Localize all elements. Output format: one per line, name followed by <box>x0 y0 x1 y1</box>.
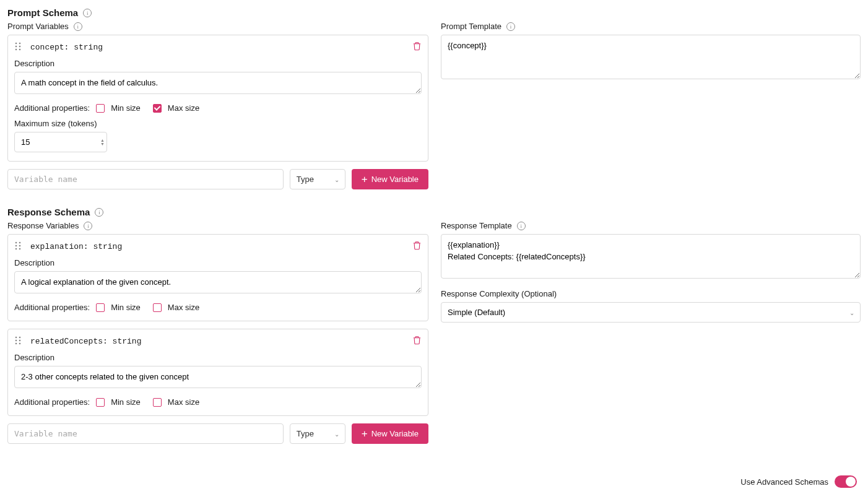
svg-point-5 <box>19 49 21 51</box>
svg-point-7 <box>19 242 21 244</box>
min-size-label: Min size <box>111 303 141 312</box>
variable-name-display: relatedConcepts: string <box>30 337 141 346</box>
new-variable-name-input[interactable] <box>7 169 284 189</box>
svg-point-1 <box>19 43 21 45</box>
additional-properties-label: Additional properties: <box>14 103 90 113</box>
svg-point-15 <box>19 340 21 342</box>
new-variable-name-input[interactable] <box>7 423 284 444</box>
new-variable-button-label: New Variable <box>371 429 419 438</box>
prompt-variables-label: Prompt Variables <box>7 22 69 31</box>
svg-point-3 <box>19 46 21 48</box>
description-label: Description <box>14 258 422 267</box>
response-schema-title: Response Schema <box>7 207 90 217</box>
svg-point-6 <box>15 242 17 244</box>
svg-point-10 <box>15 248 17 250</box>
response-variables-label: Response Variables <box>7 221 79 230</box>
trash-icon[interactable] <box>412 336 422 347</box>
type-select[interactable] <box>290 423 345 444</box>
variable-name-display: explanation: string <box>30 242 122 251</box>
description-input[interactable] <box>14 366 422 388</box>
max-size-input[interactable] <box>14 132 107 152</box>
info-icon[interactable]: i <box>506 22 515 31</box>
new-variable-button[interactable]: + New Variable <box>352 423 428 444</box>
response-complexity-label: Response Complexity (Optional) <box>441 289 861 298</box>
max-size-label: Max size <box>168 397 199 407</box>
svg-point-12 <box>15 337 17 339</box>
info-icon[interactable]: i <box>83 9 92 17</box>
variable-card: relatedConcepts: string Description Addi… <box>7 329 428 416</box>
svg-point-0 <box>15 43 17 45</box>
info-icon[interactable]: i <box>84 222 92 230</box>
svg-point-4 <box>15 49 17 51</box>
type-select[interactable] <box>290 169 345 189</box>
drag-handle-icon[interactable] <box>14 336 22 346</box>
description-input[interactable] <box>14 271 422 293</box>
plus-icon: + <box>362 174 368 184</box>
max-size-label: Max size <box>168 303 199 312</box>
min-size-label: Min size <box>111 103 141 113</box>
max-size-field-label: Maximum size (tokens) <box>14 119 422 128</box>
response-template-textarea[interactable] <box>441 234 861 279</box>
description-input[interactable] <box>14 72 422 94</box>
min-size-checkbox[interactable] <box>96 104 105 113</box>
min-size-label: Min size <box>111 397 141 407</box>
new-variable-button[interactable]: + New Variable <box>352 169 428 189</box>
max-size-checkbox[interactable] <box>153 398 162 407</box>
svg-point-8 <box>15 245 17 247</box>
number-stepper-icon[interactable]: ▲▼ <box>100 139 105 146</box>
variable-card: explanation: string Description Addition… <box>7 234 428 321</box>
max-size-label: Max size <box>168 103 199 113</box>
info-icon[interactable]: i <box>74 22 82 31</box>
additional-properties-label: Additional properties: <box>14 397 90 407</box>
prompt-schema-title: Prompt Schema <box>7 7 78 18</box>
svg-point-2 <box>15 46 17 48</box>
info-icon[interactable]: i <box>517 222 526 230</box>
drag-handle-icon[interactable] <box>14 241 22 251</box>
new-variable-button-label: New Variable <box>371 175 419 184</box>
variable-name-display: concept: string <box>30 43 103 52</box>
svg-point-17 <box>19 343 21 345</box>
description-label: Description <box>14 59 422 68</box>
additional-properties-label: Additional properties: <box>14 303 90 312</box>
svg-point-16 <box>15 343 17 345</box>
min-size-checkbox[interactable] <box>96 303 105 312</box>
info-icon[interactable]: i <box>95 208 103 217</box>
trash-icon[interactable] <box>412 241 422 252</box>
trash-icon[interactable] <box>412 41 422 53</box>
description-label: Description <box>14 353 422 362</box>
prompt-template-textarea[interactable] <box>441 35 861 79</box>
drag-handle-icon[interactable] <box>14 42 22 52</box>
response-template-label: Response Template <box>441 221 512 230</box>
svg-point-9 <box>19 245 21 247</box>
response-complexity-select[interactable] <box>441 302 861 323</box>
svg-point-13 <box>19 337 21 339</box>
min-size-checkbox[interactable] <box>96 398 105 407</box>
prompt-template-label: Prompt Template <box>441 22 501 31</box>
svg-point-14 <box>15 340 17 342</box>
svg-point-11 <box>19 248 21 250</box>
plus-icon: + <box>362 428 368 439</box>
max-size-checkbox[interactable] <box>153 104 162 113</box>
variable-card: concept: string Description Additional p… <box>7 35 428 162</box>
max-size-checkbox[interactable] <box>153 303 162 312</box>
